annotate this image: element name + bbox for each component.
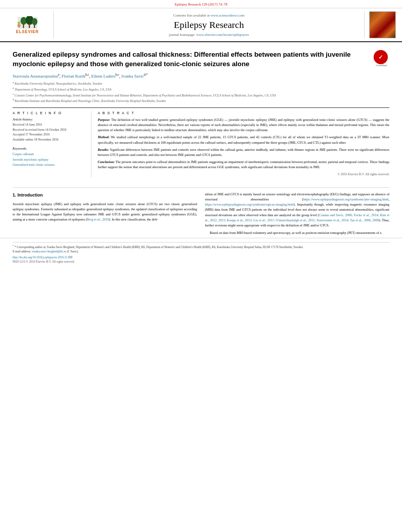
conclusion-label: Conclusion: (98, 160, 115, 164)
journal-thumbnail-area (364, 11, 396, 38)
crossmark-icon: ✓ (374, 50, 388, 64)
keyword-1: Corpus callosum (13, 152, 86, 157)
journal-header: ELSEVIER Contents lists available at www… (0, 8, 402, 42)
elsevier-logo: ELSEVIER (10, 15, 45, 35)
body-col-right: nition of JME and GTCS is mainly based o… (205, 192, 389, 238)
article-history: Article history: Received 14 June 2016 R… (13, 117, 86, 143)
intro-section-title: 1. Introduction (13, 192, 197, 198)
keyword-3: Generalized tonic-clonic seizures (13, 162, 86, 168)
body-two-col: 1. Introduction Juvenile myoclonic epile… (0, 192, 402, 238)
journal-citation: Epilepsy Research 129 (2017) 74–78 (175, 2, 227, 6)
email-link[interactable]: ivanka.savic-berglund@ki.se (32, 250, 66, 253)
svg-point-8 (18, 22, 20, 24)
results-text: Significant differences between JME pati… (98, 148, 389, 157)
authors-line: Stavroula Anastasopouloua, Florian Kurth… (13, 73, 389, 78)
svg-rect-6 (34, 24, 35, 28)
journal-name: Epilepsy Research (174, 20, 244, 30)
results-label: Results: (98, 148, 109, 152)
conclusion-text: The present outcomes point to callosal a… (98, 160, 389, 169)
abstract-heading: A B S T R A C T (98, 111, 389, 115)
footnote-separator (13, 242, 389, 243)
article-info-abstract: A R T I C L E I N F O Article history: R… (13, 108, 389, 177)
journal-top-bar: Epilepsy Research 129 (2017) 74–78 (0, 0, 402, 8)
svg-point-3 (32, 18, 37, 25)
abstract-purpose: Purpose: The definition of two well-stud… (98, 117, 389, 133)
intro-text-right: nition of JME and GTCS is mainly based o… (205, 192, 389, 235)
article-info-heading: A R T I C L E I N F O (13, 111, 86, 115)
link-jme-imaging[interactable]: https://www.epilepsydiagnosis.org/syndro… (303, 197, 389, 201)
affiliation-b: Department of Neurology, UCLA School of … (15, 88, 112, 91)
elsevier-logo-area: ELSEVIER (6, 11, 54, 38)
intro-para-3: Based on data from MRI-based volumetry a… (205, 230, 389, 235)
ref-ciumas-2006: Ciumas and Savic, 2006; Focke et al., 20… (205, 213, 389, 222)
intro-para-1: Juvenile myoclonic epilepsy (JME) and ep… (13, 202, 197, 222)
license-line: 0920-1211/© 2016 Elsevier B.V. All right… (13, 260, 389, 264)
crossmark-label: CrossMark (374, 64, 389, 67)
page: Epilepsy Research 129 (2017) 74–78 (0, 0, 402, 532)
crossmark-badge: ✓ CrossMark (374, 50, 389, 66)
affiliations: a Karolinska University Hospital, Neurop… (13, 80, 389, 104)
article-title: Generalized epilepsy syndromes and callo… (13, 50, 369, 69)
received-revised-date: Received in revised form 14 October 2016 (13, 128, 86, 133)
author-3: Eileen Luders (91, 73, 115, 78)
abstract-results: Results: Significant differences between… (98, 147, 389, 158)
elsevier-text: ELSEVIER (16, 30, 39, 34)
intro-text: Juvenile myoclonic epilepsy (JME) and ep… (13, 202, 197, 222)
journal-thumbnail-image (369, 11, 396, 38)
purpose-text: The definition of two well-studied genet… (98, 118, 389, 132)
journal-header-center: Contents lists available at www.scienced… (54, 11, 364, 38)
author-1: Stavroula Anastasopoulou (13, 73, 58, 78)
abstract-text: Purpose: The definition of two well-stud… (98, 117, 389, 177)
abstract-column: A B S T R A C T Purpose: The definition … (98, 111, 389, 177)
body-col-left: 1. Introduction Juvenile myoclonic epile… (13, 192, 197, 238)
article-info-column: A R T I C L E I N F O Article history: R… (13, 111, 91, 177)
journal-homepage-link[interactable]: www.elsevier.com/locate/epilepsyres (196, 33, 249, 37)
copyright-line: © 2016 Elsevier B.V. All rights reserved… (98, 172, 389, 177)
ref-berg-2010: Berg et al., 2010 (87, 217, 109, 221)
affiliation-a: Karolinska University Hospital, Neuroped… (15, 82, 102, 85)
elsevier-tree-icon (16, 16, 39, 30)
svg-point-7 (17, 24, 20, 28)
affiliation-c: Cousins Center for Psychoneuroimmunology… (15, 93, 276, 97)
affiliation-d: Karolinska Institute and Karolinska Hosp… (15, 99, 166, 103)
email-line: E-mail address: ivanka.savic-berglund@ki… (13, 249, 389, 254)
intro-para-2: nition of JME and GTCS is mainly based o… (205, 192, 389, 228)
svg-rect-4 (23, 24, 24, 28)
doi-link[interactable]: http://dx.doi.org/10.1016/j.eplepsyres.2… (13, 256, 73, 259)
keywords-title: Keywords: (13, 146, 86, 150)
article-content: Generalized epilepsy syndromes and callo… (0, 42, 402, 184)
doi-line: http://dx.doi.org/10.1016/j.eplepsyres.2… (13, 255, 389, 260)
abstract-conclusion: Conclusion: The present outcomes point t… (98, 159, 389, 170)
available-online-date: Available online 18 November 2016 (13, 137, 86, 143)
sciencedirect-link[interactable]: www.sciencedirect.com (210, 13, 244, 17)
keywords-section: Keywords: Corpus callosum Juvenile myocl… (13, 146, 86, 168)
contents-available: Contents lists available at www.scienced… (173, 13, 244, 17)
author-2: Florian Kurth (61, 73, 85, 78)
footnote-area: * * Corresponding author at; Ivanka Savi… (0, 238, 402, 264)
method-text: We studied callosal morphology in a well… (98, 135, 389, 144)
received-date: Received 14 June 2016 (13, 122, 86, 128)
author-4: Ivanka Savic (121, 73, 144, 78)
link-egtcsa-imaging[interactable]: https://www.epilepsydiagnosis.org/syndro… (205, 202, 294, 206)
body-separator (13, 187, 389, 188)
article-history-title: Article history: (13, 117, 86, 121)
svg-rect-5 (29, 24, 30, 28)
accepted-date: Accepted 17 November 2016 (13, 132, 86, 137)
method-label: Method: (98, 135, 110, 139)
purpose-label: Purpose: (98, 118, 110, 122)
journal-homepage: journal homepage: www.elsevier.com/locat… (169, 33, 249, 37)
abstract-method: Method: We studied callosal morphology i… (98, 135, 389, 145)
keyword-2: Juvenile myoclonic epilepsy (13, 157, 86, 163)
article-title-section: Generalized epilepsy syndromes and callo… (13, 47, 389, 69)
corresponding-author-note: * * Corresponding author at; Ivanka Savi… (13, 244, 389, 249)
